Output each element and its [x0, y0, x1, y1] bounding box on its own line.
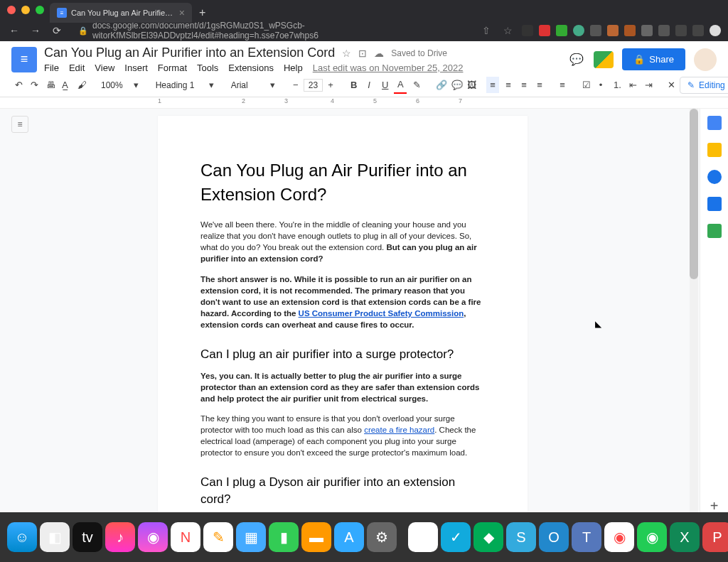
- insert-comment-button[interactable]: 💬: [448, 77, 461, 93]
- ext-icon[interactable]: [641, 25, 653, 36]
- fontsize-input[interactable]: 23: [304, 79, 323, 92]
- nav-back[interactable]: ←: [7, 25, 21, 36]
- paint-format-button[interactable]: 🖌: [74, 77, 87, 93]
- menu-extensions[interactable]: Extensions: [228, 63, 274, 73]
- calendar-icon[interactable]: [707, 116, 722, 130]
- menu-view[interactable]: View: [95, 63, 114, 73]
- pages-icon[interactable]: ✎: [203, 522, 233, 552]
- spellcheck-button[interactable]: A̲: [58, 77, 71, 93]
- menu-edit[interactable]: Edit: [69, 63, 85, 73]
- chrome-icon[interactable]: ◉: [408, 522, 438, 552]
- music-icon[interactable]: ♪: [105, 522, 135, 552]
- meet-icon[interactable]: [594, 51, 614, 68]
- align-right-button[interactable]: ≡: [518, 77, 530, 93]
- share-button[interactable]: 🔒 Share: [622, 48, 685, 70]
- app-icon[interactable]: ◆: [473, 522, 503, 552]
- nav-forward[interactable]: →: [28, 25, 43, 36]
- tasks-icon[interactable]: [707, 170, 722, 184]
- clear-format-button[interactable]: ✕: [664, 77, 677, 93]
- checklist-button[interactable]: ☑: [579, 77, 592, 93]
- last-edit[interactable]: Last edit was on November 25, 2022: [313, 63, 464, 73]
- ext-icon[interactable]: [607, 25, 619, 36]
- window-close[interactable]: [7, 6, 16, 14]
- appstore-icon[interactable]: A: [334, 522, 364, 552]
- keep-icon[interactable]: [707, 143, 722, 157]
- news-icon[interactable]: N: [171, 522, 200, 552]
- podcasts-icon[interactable]: ◉: [138, 522, 168, 552]
- tab-close-icon[interactable]: ×: [179, 7, 185, 18]
- print-button[interactable]: 🖶: [43, 77, 55, 93]
- url-input[interactable]: 🔒 docs.google.com/document/d/1gsRGMuz0S1…: [71, 21, 472, 40]
- zoom-select[interactable]: 100%: [97, 79, 127, 92]
- finder-icon[interactable]: ☺: [7, 522, 37, 552]
- align-center-button[interactable]: ≡: [502, 77, 515, 93]
- extensions-menu-icon[interactable]: [658, 25, 670, 36]
- indent-decrease-button[interactable]: ⇤: [626, 77, 638, 93]
- menu-help[interactable]: Help: [284, 63, 303, 73]
- move-icon[interactable]: ⊡: [358, 48, 367, 59]
- indent-increase-button[interactable]: ⇥: [641, 77, 654, 93]
- style-select[interactable]: Heading 1: [153, 79, 203, 92]
- teams-icon[interactable]: T: [572, 522, 601, 552]
- ext-icon[interactable]: [539, 25, 550, 36]
- window-minimize[interactable]: [21, 6, 30, 14]
- insert-link-button[interactable]: 🔗: [432, 77, 445, 93]
- mode-select[interactable]: ✎ Editing ▾: [680, 77, 728, 94]
- keynote-icon[interactable]: ▬: [301, 522, 331, 552]
- doc-heading-2[interactable]: Can I plug a Dyson air purifier into an …: [200, 474, 485, 508]
- doc-title[interactable]: Can You Plug an Air Purifier into an Ext…: [44, 45, 335, 60]
- doc-paragraph[interactable]: The short answer is no. While it is poss…: [200, 274, 485, 330]
- doc-heading-1[interactable]: Can You Plug an Air Purifier into an Ext…: [200, 158, 485, 206]
- share-page-icon[interactable]: ⇧: [479, 25, 493, 36]
- add-addon-icon[interactable]: +: [707, 498, 722, 512]
- text-color-button[interactable]: A: [394, 76, 407, 94]
- underline-button[interactable]: U: [378, 77, 391, 93]
- link[interactable]: US Consumer Product Safety Commission: [299, 309, 464, 318]
- link[interactable]: create a fire hazard: [364, 426, 434, 434]
- ext-icon[interactable]: [624, 25, 636, 36]
- ext-icon[interactable]: [556, 25, 567, 36]
- doc-paragraph[interactable]: Yes, you can. It is actually better to p…: [200, 370, 485, 404]
- menu-format[interactable]: Format: [158, 63, 187, 73]
- star-icon[interactable]: ☆: [342, 48, 351, 59]
- bold-button[interactable]: B: [347, 77, 360, 93]
- doc-paragraph[interactable]: We've all been there. You're in the midd…: [200, 219, 485, 264]
- numbered-list-button[interactable]: 1.: [610, 77, 623, 93]
- nav-reload[interactable]: ⟳: [50, 25, 64, 36]
- doc-heading-2[interactable]: Can I plug an air purifier into a surge …: [200, 346, 485, 363]
- menu-insert[interactable]: Insert: [124, 63, 148, 73]
- doc-paragraph[interactable]: The key thing you want to ensure is that…: [200, 413, 485, 458]
- cloud-icon[interactable]: ☁: [374, 48, 384, 59]
- ext-icon[interactable]: [573, 25, 584, 36]
- powerpoint-icon[interactable]: P: [702, 522, 728, 552]
- chevron-down-icon[interactable]: ▾: [205, 77, 218, 93]
- highlight-button[interactable]: ✎: [410, 77, 422, 93]
- user-avatar[interactable]: [694, 48, 717, 71]
- bullet-list-button[interactable]: •: [594, 77, 607, 93]
- font-select[interactable]: Arial: [228, 79, 264, 92]
- outline-toggle[interactable]: ≡: [11, 116, 28, 133]
- scrollbar[interactable]: [690, 109, 698, 512]
- bookmark-icon[interactable]: ☆: [500, 25, 515, 36]
- app-icon[interactable]: ▦: [236, 522, 266, 552]
- profile-avatar[interactable]: [710, 25, 721, 36]
- fontsize-increase[interactable]: +: [324, 77, 337, 93]
- insert-image-button[interactable]: 🖼: [464, 77, 476, 93]
- line-spacing-button[interactable]: ≡: [556, 77, 569, 93]
- align-justify-button[interactable]: ≡: [533, 77, 546, 93]
- ext-icon[interactable]: [522, 25, 533, 36]
- app-icon[interactable]: ✓: [441, 522, 471, 552]
- ext-icon[interactable]: [692, 25, 704, 36]
- comments-icon[interactable]: 💬: [568, 51, 585, 68]
- maps-icon[interactable]: [707, 224, 722, 238]
- chevron-down-icon[interactable]: ▾: [267, 77, 279, 93]
- snagit-icon[interactable]: S: [506, 522, 536, 552]
- appletv-icon[interactable]: tv: [73, 522, 102, 552]
- menu-file[interactable]: File: [44, 63, 59, 73]
- window-maximize[interactable]: [36, 6, 44, 14]
- redo-button[interactable]: ↷: [27, 77, 40, 93]
- italic-button[interactable]: I: [363, 77, 375, 93]
- align-left-button[interactable]: ≡: [486, 77, 499, 93]
- menu-tools[interactable]: Tools: [197, 63, 218, 73]
- undo-button[interactable]: ↶: [11, 77, 24, 93]
